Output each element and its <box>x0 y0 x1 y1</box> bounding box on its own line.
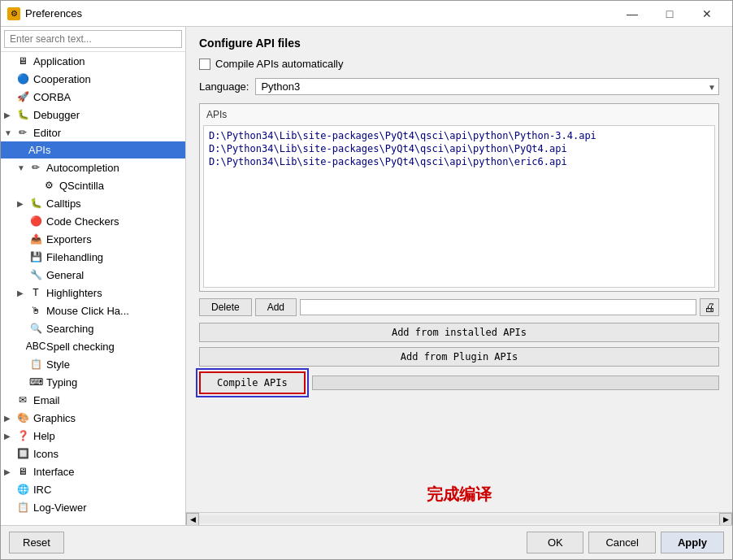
compile-area: Compile APIs <box>199 371 719 394</box>
item-icon: ❓ <box>15 429 30 442</box>
tree-item-editor[interactable]: ▼✏Editor <box>1 124 185 141</box>
tree-item-corba[interactable]: 🚀CORBA <box>1 88 185 106</box>
item-icon: 🔵 <box>15 72 30 85</box>
arrow-icon: ▶ <box>17 199 28 208</box>
scroll-left-button[interactable]: ◀ <box>186 513 199 526</box>
maximize-button[interactable]: □ <box>651 1 688 27</box>
item-label: Editor <box>33 127 182 139</box>
delete-button[interactable]: Delete <box>199 298 252 316</box>
api-entry[interactable]: D:\Python34\Lib\site-packages\PyQt4\qsci… <box>207 129 711 142</box>
section-title: Configure API files <box>199 37 719 50</box>
tree-item-icons[interactable]: 🔲Icons <box>1 445 185 462</box>
scroll-right-button[interactable]: ▶ <box>719 513 732 526</box>
folder-button[interactable]: 🖨 <box>700 298 719 316</box>
item-label: Autocompletion <box>46 162 182 174</box>
item-icon: ✏ <box>15 126 30 139</box>
installed-apis-button[interactable]: Add from installed APIs <box>199 323 719 342</box>
compile-auto-checkbox[interactable] <box>199 59 210 70</box>
language-select-wrapper: Python3Python2C++CSSHTML ▼ <box>255 78 719 95</box>
tree-item-codecheckers[interactable]: 🔴Code Checkers <box>1 212 185 230</box>
item-icon: 🔧 <box>28 268 43 281</box>
tree-item-typing[interactable]: ⌨Typing <box>1 373 185 391</box>
tree-item-autocompletion[interactable]: ▼✏Autocompletion <box>1 158 185 176</box>
tree-item-exporters[interactable]: 📤Exporters <box>1 230 185 248</box>
search-input[interactable] <box>4 30 182 48</box>
arrow-icon: ▶ <box>4 414 15 423</box>
item-label: Application <box>33 55 182 67</box>
minimize-button[interactable]: — <box>614 1 651 27</box>
plugin-apis-button[interactable]: Add from Plugin APIs <box>199 347 719 367</box>
progress-bar <box>312 376 719 390</box>
apply-button[interactable]: Apply <box>661 532 724 553</box>
arrow-icon: ▶ <box>4 467 15 476</box>
item-icon: 💾 <box>28 250 43 263</box>
tree-item-help[interactable]: ▶❓Help <box>1 427 185 445</box>
item-label: Highlighters <box>46 287 182 299</box>
language-label: Language: <box>199 80 249 93</box>
item-label: APIs <box>28 144 182 156</box>
item-icon: 🐛 <box>28 197 43 210</box>
tree-item-highlighters[interactable]: ▶THighlighters <box>1 284 185 302</box>
api-entry[interactable]: D:\Python34\Lib\site-packages\PyQt4\qsci… <box>207 142 711 155</box>
arrow-icon: ▶ <box>4 111 15 119</box>
tree-item-apis[interactable]: APIs <box>1 141 185 158</box>
tree-item-calltips[interactable]: ▶🐛Calltips <box>1 194 185 212</box>
language-select[interactable]: Python3Python2C++CSSHTML <box>255 78 719 95</box>
item-label: Email <box>33 394 182 406</box>
tree-item-interface[interactable]: ▶🖥Interface <box>1 462 185 480</box>
arrow-icon: ▼ <box>17 163 28 172</box>
tree-item-cooperation[interactable]: 🔵Cooperation <box>1 70 185 88</box>
delete-add-row: Delete Add 🖨 <box>199 298 719 316</box>
language-row: Language: Python3Python2C++CSSHTML ▼ <box>199 78 719 95</box>
item-icon: 📋 <box>15 501 30 514</box>
item-label: Interface <box>33 466 182 478</box>
cancel-button[interactable]: Cancel <box>588 532 655 553</box>
tree-item-email[interactable]: ✉Email <box>1 391 185 409</box>
item-label: Graphics <box>33 412 182 424</box>
tree-item-mouseclickha[interactable]: 🖱Mouse Click Ha... <box>1 302 185 319</box>
close-button[interactable]: ✕ <box>688 1 726 27</box>
main-panel: Configure API files Compile APIs automat… <box>186 27 732 525</box>
tree-item-style[interactable]: 📋Style <box>1 355 185 373</box>
tree-item-graphics[interactable]: ▶🎨Graphics <box>1 409 185 427</box>
search-box <box>1 27 185 52</box>
tree-item-logviewer[interactable]: 📋Log-Viewer <box>1 498 185 516</box>
path-input[interactable] <box>300 299 696 315</box>
item-icon: ⚙ <box>41 179 56 192</box>
tree-item-spellchecking[interactable]: ABCSpell checking <box>1 337 185 355</box>
tree-item-general[interactable]: 🔧General <box>1 266 185 284</box>
item-icon: 🖱 <box>28 304 43 317</box>
add-button[interactable]: Add <box>255 298 297 316</box>
titlebar: ⚙ Preferences — □ ✕ <box>1 1 732 27</box>
tree-item-debugger[interactable]: ▶🐛Debugger <box>1 106 185 124</box>
tree-item-qscintilla[interactable]: ⚙QScintilla <box>1 176 185 194</box>
footer: Reset OK Cancel Apply <box>1 525 732 559</box>
ok-button[interactable]: OK <box>527 532 583 553</box>
item-icon: 🔍 <box>28 322 43 335</box>
item-label: Code Checkers <box>46 215 182 228</box>
tree-item-filehandling[interactable]: 💾Filehandling <box>1 248 185 266</box>
item-icon: 🐛 <box>15 108 30 121</box>
item-icon: T <box>28 286 43 299</box>
tree-item-irc[interactable]: 🌐IRC <box>1 480 185 498</box>
item-label: Help <box>33 430 182 442</box>
titlebar-left: ⚙ Preferences <box>7 7 82 20</box>
item-label: Spell checking <box>46 341 182 353</box>
compile-button[interactable]: Compile APIs <box>199 371 306 394</box>
window-title: Preferences <box>25 7 82 20</box>
item-icon: ⌨ <box>28 376 43 389</box>
item-label: Style <box>46 358 182 371</box>
app-icon: ⚙ <box>7 7 20 20</box>
compile-auto-label: Compile APIs automatically <box>215 58 344 70</box>
content-area: 🖥Application🔵Cooperation🚀CORBA▶🐛Debugger… <box>1 27 732 525</box>
item-label: Searching <box>46 323 182 335</box>
item-icon: 🌐 <box>15 483 30 496</box>
item-label: Typing <box>46 376 182 389</box>
item-icon: 🔲 <box>15 447 30 460</box>
tree-item-searching[interactable]: 🔍Searching <box>1 319 185 337</box>
reset-button[interactable]: Reset <box>9 532 64 553</box>
api-entry[interactable]: D:\Python34\Lib\site-packages\PyQt4\qsci… <box>207 155 711 168</box>
item-icon: ✉ <box>15 393 30 406</box>
tree-item-application[interactable]: 🖥Application <box>1 52 185 70</box>
apis-group: APIs D:\Python34\Lib\site-packages\PyQt4… <box>199 103 719 292</box>
